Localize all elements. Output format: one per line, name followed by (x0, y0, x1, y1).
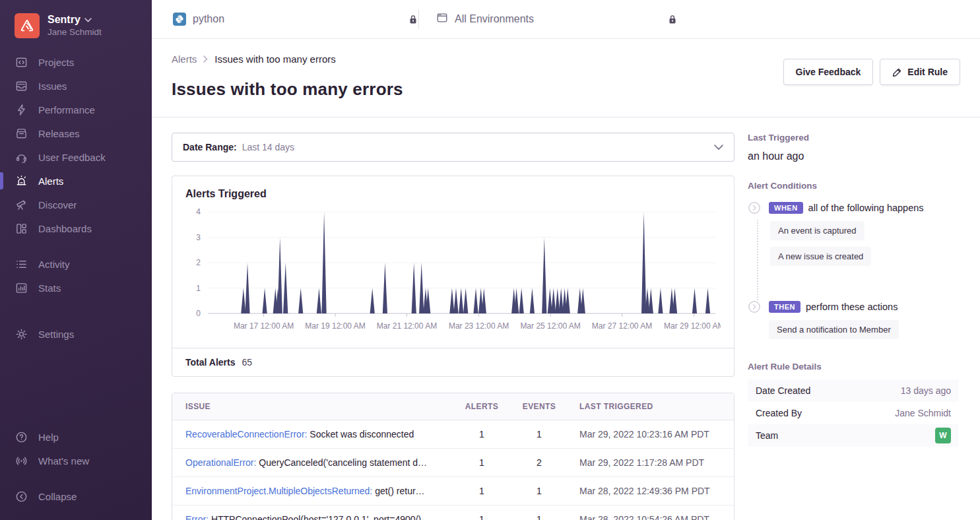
sidebar-item-help[interactable]: Help (0, 425, 152, 449)
sidebar-item-issues[interactable]: Issues (0, 74, 152, 98)
alert-conditions-heading: Alert Conditions (748, 181, 959, 191)
sidebar-item-activity[interactable]: Activity (0, 252, 152, 276)
sidebar-item-label: Collapse (38, 491, 77, 502)
sidebar-collapse-button[interactable]: Collapse (0, 484, 152, 508)
detail-row: Date Created 13 days ago (748, 379, 959, 402)
total-alerts-label: Total Alerts (185, 357, 235, 368)
when-conditions: An event is captured A new issue is crea… (757, 220, 959, 300)
chevron-down-icon (714, 145, 723, 150)
issue-description: HTTPConnectionPool(host='127.0.0.1', por… (209, 514, 421, 520)
last-triggered-timestamp: Mar 29, 2022 1:17:28 AM PDT (568, 457, 721, 468)
detail-key: Date Created (756, 385, 810, 396)
page-title: Issues with too many errors (172, 79, 403, 100)
issues-table: ISSUE ALERTS EVENTS LAST TRIGGERED Recov… (172, 393, 735, 520)
svg-text:Mar 21 12:00 AM: Mar 21 12:00 AM (377, 321, 437, 331)
collapse-nav: Collapse (0, 484, 152, 508)
svg-text:Mar 25 12:00 AM: Mar 25 12:00 AM (520, 321, 580, 331)
svg-text:4: 4 (196, 207, 201, 216)
svg-text:Mar 17 12:00 AM: Mar 17 12:00 AM (234, 321, 294, 331)
svg-text:Mar 27 12:00 AM: Mar 27 12:00 AM (592, 321, 652, 331)
issue-link[interactable]: OperationalError: (185, 457, 256, 468)
discover-icon (15, 199, 28, 211)
chevron-circle-icon (748, 300, 761, 313)
sidebar-item-label: Performance (38, 104, 95, 115)
settings-nav: Settings (0, 322, 152, 346)
team-avatar-badge: W (935, 428, 951, 443)
secondary-nav: Activity Stats (0, 252, 152, 300)
column-last-triggered: LAST TRIGGERED (568, 402, 721, 411)
events-count: 2 (511, 457, 568, 468)
date-range-dropdown[interactable]: Date Range: Last 14 days (172, 133, 735, 162)
detail-value: Jane Schmidt (895, 408, 951, 418)
sidebar-item-label: User Feedback (38, 152, 106, 163)
sidebar-item-label: Releases (38, 128, 80, 139)
events-count: 1 (511, 514, 568, 520)
issue-link[interactable]: RecoverableConnectionError: (185, 429, 307, 439)
condition-pill: A new issue is created (770, 247, 871, 266)
sidebar-item-releases[interactable]: Releases (0, 121, 152, 145)
sidebar-item-stats[interactable]: Stats (0, 276, 152, 300)
stats-icon (15, 282, 28, 294)
then-actions: Send a notification to Member (757, 319, 959, 339)
footer-nav: Help What's new (0, 425, 152, 472)
edit-rule-button[interactable]: Edit Rule (880, 59, 960, 85)
org-user: Jane Schmidt (48, 27, 102, 38)
sidebar-item-discover[interactable]: Discover (0, 193, 152, 216)
details-panel: Last Triggered an hour ago Alert Conditi… (748, 133, 967, 520)
performance-icon (15, 104, 28, 116)
project-selector[interactable]: python (173, 13, 418, 26)
breadcrumb-alerts-link[interactable]: Alerts (172, 53, 197, 65)
sidebar-item-whats-new[interactable]: What's new (0, 449, 152, 472)
give-feedback-label: Give Feedback (796, 67, 861, 77)
detail-value: 13 days ago (901, 385, 951, 396)
last-triggered-heading: Last Triggered (748, 133, 959, 143)
detail-key: Created By (756, 408, 802, 418)
svg-text:0: 0 (196, 309, 201, 318)
detail-row: Created By Jane Schmidt (748, 402, 959, 424)
collapse-icon (15, 490, 28, 503)
gear-icon (15, 328, 28, 341)
sidebar-item-alerts[interactable]: Alerts (0, 169, 152, 193)
last-triggered-timestamp: Mar 29, 2022 10:23:16 AM PDT (568, 429, 721, 439)
org-switcher[interactable]: Sentry Jane Schmidt (0, 11, 152, 50)
environment-name: All Environments (455, 13, 534, 25)
detail-row: Team W (748, 424, 959, 447)
when-text: all of the following happens (808, 203, 924, 213)
column-events: EVENTS (511, 402, 568, 411)
sidebar-item-label: Discover (38, 199, 77, 211)
svg-text:Mar 29 12:00 AM: Mar 29 12:00 AM (664, 321, 721, 331)
issues-icon (15, 80, 28, 92)
sidebar-item-dashboards[interactable]: Dashboards (0, 216, 152, 240)
events-count: 1 (511, 486, 568, 496)
svg-text:Mar 23 12:00 AM: Mar 23 12:00 AM (449, 321, 509, 331)
sidebar-item-label: Stats (38, 282, 61, 294)
svg-text:Mar 19 12:00 AM: Mar 19 12:00 AM (305, 321, 365, 331)
issue-link[interactable]: EnvironmentProject.MultipleObjectsReturn… (185, 486, 372, 496)
give-feedback-button[interactable]: Give Feedback (783, 59, 874, 85)
active-indicator (0, 172, 3, 189)
issue-link[interactable]: Error: (185, 514, 209, 520)
lock-icon (408, 14, 418, 25)
issue-description: get() retur… (372, 486, 424, 496)
sidebar-item-label: Activity (38, 259, 70, 270)
svg-text:2: 2 (196, 258, 201, 267)
sidebar-item-settings[interactable]: Settings (0, 322, 152, 346)
then-text: perform these actions (806, 302, 898, 312)
alerts-count: 1 (453, 429, 511, 439)
svg-text:3: 3 (196, 233, 201, 242)
issue-description: QueryCanceled('canceling statement d… (256, 457, 427, 468)
sidebar-item-user-feedback[interactable]: User Feedback (0, 145, 152, 169)
sidebar-item-projects[interactable]: Projects (0, 50, 152, 74)
org-name: Sentry (48, 13, 81, 26)
sidebar-item-performance[interactable]: Performance (0, 98, 152, 121)
chart-title: Alerts Triggered (185, 188, 721, 200)
releases-icon (15, 127, 28, 140)
sidebar-item-label: Alerts (38, 176, 63, 187)
edit-rule-label: Edit Rule (907, 67, 948, 77)
breadcrumb-current: Issues with too many errors (214, 53, 335, 65)
broadcast-icon (15, 455, 28, 467)
sidebar-item-label: Help (38, 432, 59, 443)
total-alerts-value: 65 (242, 357, 252, 368)
help-icon (15, 431, 28, 443)
environment-selector[interactable]: All Environments (419, 12, 678, 26)
